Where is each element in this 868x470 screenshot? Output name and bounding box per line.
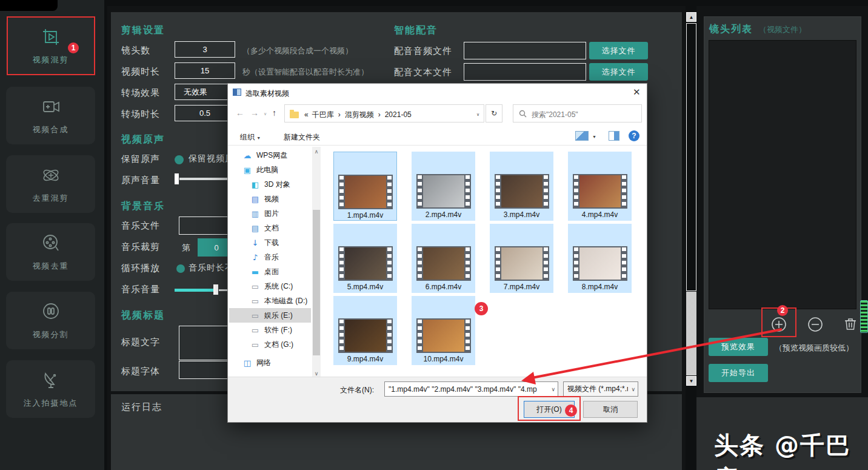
file-item-1[interactable]: 1.mp4.m4v	[333, 152, 397, 221]
view-mode-icon[interactable]	[575, 131, 589, 141]
nav-item-8[interactable]: ♪音乐	[229, 250, 311, 264]
nav-item-11[interactable]: ▭本地磁盘 (D:)	[229, 294, 311, 308]
nav-item-1[interactable]: ☁WPS网盘	[229, 148, 311, 163]
search-box[interactable]: 搜索"2021-05"	[513, 104, 642, 123]
app-scroll-up-button[interactable]: ▲	[686, 12, 696, 22]
sidebar-item-3[interactable]: 去重混剪	[6, 155, 95, 213]
filetype-combo[interactable]: 视频文件 (*.mp4;*.m4v;*.wmv; ∨	[563, 381, 638, 397]
close-icon[interactable]: ✕	[633, 87, 641, 98]
dub-text-choose-button[interactable]: 选择文件	[589, 63, 648, 81]
nav-scroll-thumb[interactable]	[313, 210, 320, 355]
music-volume-slider-handle[interactable]	[213, 284, 218, 295]
nav-item-label: 此电脑	[256, 165, 278, 175]
file-item-9[interactable]: 9.mp4.m4v	[333, 296, 397, 365]
nav-item-7[interactable]: ↓下载	[229, 235, 311, 250]
sidebar-item-label: 视频混剪	[33, 55, 69, 65]
transition-effect-value: 无效果	[184, 87, 207, 98]
keep-sound-label: 保留原声	[121, 153, 160, 165]
app-scroll-track[interactable]	[686, 292, 696, 375]
help-icon[interactable]: ?	[629, 130, 639, 141]
thumbnail-photo	[423, 320, 464, 352]
nav-item-3[interactable]: ◧3D 对象	[229, 177, 311, 192]
file-item-8[interactable]: 8.mp4.m4v	[568, 224, 632, 293]
filmstrip-holes	[622, 175, 626, 207]
view-mode-caret-icon[interactable]: ▼	[592, 135, 596, 139]
filename-dropdown-icon[interactable]: ∨	[551, 386, 555, 392]
file-item-5[interactable]: 5.mp4.m4v	[333, 224, 397, 293]
keep-sound-radio[interactable]	[175, 155, 184, 164]
sidebar-item-4[interactable]: 视频去重	[6, 223, 95, 281]
nav-item-label: 3D 对象	[264, 180, 290, 190]
remove-shot-button[interactable]	[807, 317, 823, 332]
organize-menu[interactable]: 组织 ▼	[240, 132, 261, 143]
breadcrumb-part-3[interactable]: 2021-05	[382, 110, 414, 119]
filename-combo[interactable]: "1.mp4.m4v" "2.mp4.m4v" "3.mp4.m4v" "4.m…	[384, 381, 558, 397]
add-shot-button[interactable]	[771, 317, 787, 332]
file-item-10[interactable]: 10.mp4.m4v	[412, 296, 475, 365]
file-item-4[interactable]: 4.mp4.m4v	[568, 152, 632, 221]
nav-item-13[interactable]: ▭软件 (F:)	[229, 323, 311, 337]
nav-item-10[interactable]: ▭系统 (C:)	[229, 279, 311, 294]
dub-text-input[interactable]	[464, 63, 586, 81]
app-scroll-thumb[interactable]	[686, 23, 696, 291]
file-item-7[interactable]: 7.mp4.m4v	[490, 224, 553, 293]
new-folder-button[interactable]: 新建文件夹	[284, 132, 320, 143]
forward-icon[interactable]: →	[250, 108, 259, 118]
duration-input[interactable]: 15	[175, 62, 235, 79]
sidebar-item-1[interactable]: 视频混剪	[6, 17, 95, 75]
nav-scroll-up-icon[interactable]: ∧	[312, 149, 321, 155]
export-button[interactable]: 开始导出	[709, 364, 768, 382]
nav-scroll-down-icon[interactable]: ∨	[312, 371, 321, 377]
thumbnail-photo	[345, 320, 386, 352]
sidebar-item-6[interactable]: 注入拍摄地点	[6, 360, 95, 418]
back-icon[interactable]: ←	[236, 108, 244, 118]
dub-audio-choose-button[interactable]: 选择文件	[589, 42, 648, 59]
annotation-badge-4: 4	[565, 405, 577, 417]
section-dubbing: 智能配音	[394, 24, 438, 37]
filmstrip-holes	[574, 247, 578, 280]
sidebar-item-5[interactable]: 视频分割	[6, 292, 95, 349]
breadcrumb-part-2[interactable]: 混剪视频	[342, 110, 376, 119]
nav-scrollbar[interactable]: ∧ ∨	[312, 147, 321, 378]
shot-list-box[interactable]	[709, 40, 856, 309]
app-scroll-down-button[interactable]: ▼	[686, 376, 696, 386]
preview-button[interactable]: 预览效果	[709, 338, 768, 356]
nav-item-label: 下载	[264, 238, 279, 248]
up-icon[interactable]: ↑	[272, 108, 276, 118]
nav-item-icon: ▭	[250, 340, 260, 349]
breadcrumb-part-1[interactable]: 千巴库	[310, 110, 336, 119]
loop-radio[interactable]	[176, 264, 185, 273]
nav-item-14[interactable]: ▭文档 (G:)	[229, 337, 311, 352]
transition-duration-input[interactable]: 0.5	[175, 105, 235, 121]
shots-count-input[interactable]: 3	[175, 41, 235, 58]
refresh-icon[interactable]: ↻	[486, 104, 502, 123]
filmstrip-holes	[339, 320, 344, 352]
history-dropdown-icon[interactable]: ∨	[264, 112, 267, 116]
organize-label: 组织	[240, 133, 255, 141]
address-dropdown-icon[interactable]: ∨	[476, 112, 479, 117]
file-item-2[interactable]: 2.mp4.m4v	[412, 152, 475, 221]
nav-item-12[interactable]: ▭娱乐 (E:)	[229, 308, 311, 323]
cancel-button[interactable]: 取消	[583, 401, 638, 418]
nav-item-icon: ♪	[250, 253, 260, 262]
video-thumbnail	[338, 175, 393, 209]
preview-pane-icon[interactable]	[609, 131, 619, 141]
nav-item-4[interactable]: ▤视频	[229, 192, 311, 206]
file-item-3[interactable]: 3.mp4.m4v	[490, 152, 553, 221]
filetype-dropdown-icon[interactable]: ∨	[631, 386, 635, 392]
sidebar-item-2[interactable]: 视频合成	[6, 87, 95, 144]
delete-shots-button[interactable]	[844, 317, 858, 332]
address-bar[interactable]: «千巴库›混剪视频›2021-05 ∨	[284, 104, 484, 123]
nav-item-6[interactable]: ▤文档	[229, 221, 311, 235]
satellite-dish-icon	[41, 370, 61, 393]
split-pause-icon	[41, 301, 61, 324]
file-item-6[interactable]: 6.mp4.m4v	[412, 224, 475, 293]
nav-item-15[interactable]: ◫网络	[229, 355, 311, 370]
nav-item-2[interactable]: ▣此电脑	[229, 163, 311, 177]
orig-volume-slider-handle[interactable]	[175, 173, 179, 184]
nav-item-9[interactable]: ▬桌面	[229, 264, 311, 279]
dub-audio-input[interactable]	[464, 42, 586, 59]
nav-item-5[interactable]: ▥图片	[229, 206, 311, 221]
sidebar-buttons: 视频混剪视频合成去重混剪视频去重视频分割注入拍摄地点	[0, 0, 104, 470]
transition-effect-select[interactable]: 无效果 ▾	[175, 84, 235, 100]
